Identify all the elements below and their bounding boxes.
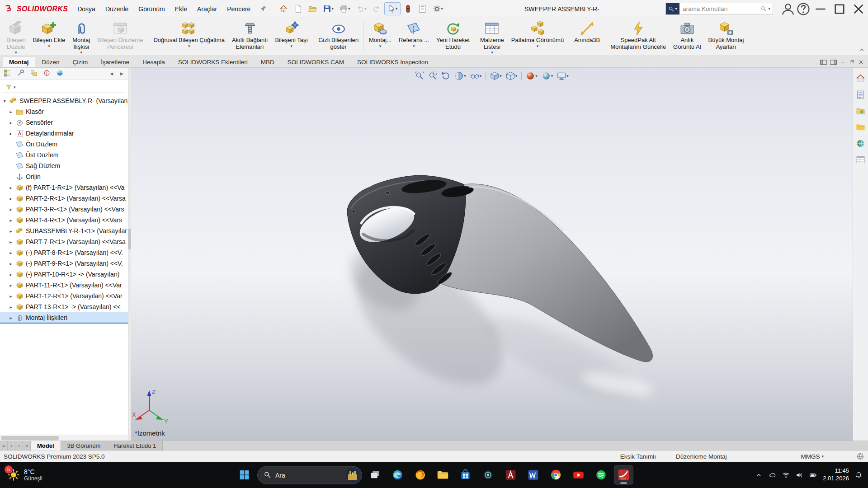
ribbon-assembly-features-button[interactable]: Montaj...▾ <box>365 19 395 55</box>
options-button[interactable]: ▾ <box>430 2 446 15</box>
unit-system-selector[interactable]: MMGS▾ <box>801 453 824 460</box>
window-close-button[interactable] <box>849 0 868 18</box>
chrome-button[interactable] <box>546 465 566 485</box>
menu-ekle[interactable]: Ekle <box>170 3 192 15</box>
tab-scroll-last-button[interactable]: » <box>23 441 31 450</box>
tab-scroll-prev-button[interactable]: ‹ <box>8 441 15 450</box>
expander-icon[interactable]: ▸ <box>8 283 14 288</box>
resources-button[interactable] <box>855 89 867 100</box>
ribbon-insert-component-button[interactable]: Bileşen Ekle▾ <box>29 19 69 55</box>
tab-hesapla[interactable]: Hesapla <box>136 56 171 67</box>
ribbon-large-assembly-button[interactable]: Büyük Montaj Ayarları <box>705 19 748 55</box>
tree-item[interactable]: ▸SUBASSEMBLY-R-1<1> (Varsayılar <box>0 225 128 236</box>
tree-item[interactable]: ▸Sensörler <box>0 117 128 128</box>
zoom-fit-button[interactable] <box>414 70 425 81</box>
configurationmanager-tab[interactable] <box>30 69 38 78</box>
display-style-button[interactable]: ▾ <box>489 70 503 81</box>
tree-item[interactable]: Üst Düzlem <box>0 150 128 160</box>
taskbar-search[interactable]: Ara <box>257 466 362 484</box>
document-minimize-icon[interactable] <box>840 59 846 66</box>
model-tab-3b-görünüm[interactable]: 3B Görünüm <box>61 441 108 450</box>
tree-item[interactable]: ▸Montaj İlişkileri <box>0 312 128 323</box>
widgets-weather-button[interactable]: 5 8°C Güneşli <box>0 462 50 488</box>
expander-icon[interactable]: ▸ <box>8 250 14 255</box>
rebuild-button[interactable] <box>401 2 415 15</box>
expander-icon[interactable]: ▸ <box>8 272 14 277</box>
view-settings-button[interactable]: ▾ <box>556 70 570 81</box>
panel-tab-right-arrow[interactable]: ▶ <box>119 70 124 77</box>
menu-dosya[interactable]: Dosya <box>72 3 100 15</box>
task-view-button[interactable] <box>365 465 385 485</box>
ribbon-bom-button[interactable]: Malzeme Listesi▾ <box>476 19 508 55</box>
help-icon[interactable] <box>796 0 811 18</box>
tab-mbd[interactable]: MBD <box>255 56 281 67</box>
ribbon-reference-geometry-button[interactable]: Referans ...▾ <box>395 19 433 55</box>
notifications-bell-icon[interactable] <box>855 471 863 479</box>
file-explorer-button[interactable] <box>855 121 867 133</box>
model-tab-hareket-etüdü-1[interactable]: Hareket Etüdü 1 <box>107 441 163 450</box>
displaymanager-tab[interactable] <box>56 69 64 78</box>
save-button[interactable]: ▾ <box>320 2 336 15</box>
document-close-icon[interactable] <box>858 59 864 66</box>
onedrive-icon[interactable] <box>769 471 776 479</box>
ribbon-speedpak-button[interactable]: SpeedPak Alt Montajlarını Güncelle <box>607 19 670 55</box>
new-document-button[interactable] <box>291 2 305 15</box>
tab-çizim[interactable]: Çizim <box>66 56 94 67</box>
tab-montaj[interactable]: Montaj <box>3 56 35 67</box>
design-library-button[interactable] <box>855 105 867 117</box>
window-maximize-button[interactable] <box>830 0 849 18</box>
model-3d-view[interactable]: Z X Y <box>131 68 853 441</box>
start-button[interactable] <box>235 465 254 485</box>
expander-icon[interactable]: ▸ <box>8 131 14 136</box>
appearances-button[interactable] <box>855 137 867 149</box>
tree-item[interactable]: Sağ Düzlem <box>0 160 128 171</box>
tree-item[interactable]: ▾SWEEPER ASSEMBLY-R- (Varsayılan) < <box>0 95 128 106</box>
expander-icon[interactable]: ▸ <box>8 305 14 310</box>
menu-pencere[interactable]: Pencere <box>222 3 255 15</box>
solidworks-button[interactable]: 2023 <box>614 465 633 485</box>
zoom-area-button[interactable] <box>427 70 439 81</box>
model-tab-model[interactable]: Model <box>31 441 61 450</box>
tree-item[interactable]: Ön Düzlem <box>0 139 128 150</box>
edit-appearance-button[interactable]: ▾ <box>524 70 539 81</box>
tab-solidworks-inspection[interactable]: SOLIDWORKS Inspection <box>351 56 434 67</box>
expander-icon[interactable]: ▸ <box>8 218 14 223</box>
tree-item[interactable]: ▸(f) PART-1-R<1> (Varsayılan) <<Va <box>0 182 128 193</box>
store-button[interactable] <box>456 465 475 485</box>
pane-right-icon[interactable] <box>830 58 837 66</box>
expander-icon[interactable]: ▸ <box>8 120 14 125</box>
tab-scroll-first-button[interactable]: « <box>0 441 8 450</box>
view-orientation-button[interactable]: ▾ <box>505 70 519 81</box>
edge-button[interactable] <box>388 465 407 485</box>
command-search[interactable]: ▾ arama Komutları ▾ <box>665 3 773 15</box>
tab-düzen[interactable]: Düzen <box>36 56 66 67</box>
tree-item[interactable]: ▸PART-12-R<1> (Varsayılan) <<Var <box>0 291 128 301</box>
apply-scene-button[interactable]: ▾ <box>540 70 555 81</box>
task-home-button[interactable] <box>855 72 867 84</box>
ribbon-show-hidden-button[interactable]: Gizli Bileşenleri göster <box>315 19 362 55</box>
ribbon-instant3d-button[interactable]: Anında3B <box>571 19 604 55</box>
tree-item[interactable]: ▸PART-4-R<1> (Varsayılan) <<Vars <box>0 215 128 225</box>
visibility-glasses-button[interactable]: ▾ <box>469 70 483 81</box>
user-account-icon[interactable] <box>780 0 796 18</box>
custom-properties-button[interactable] <box>855 154 867 165</box>
section-view-button[interactable]: ▾ <box>453 70 467 81</box>
tree-item[interactable]: ▸(-) PART-8-R<1> (Varsayılan) <<V. <box>0 247 128 258</box>
window-minimize-button[interactable] <box>811 0 830 18</box>
menu-görünüm[interactable]: Görünüm <box>133 3 170 15</box>
featuremanager-tab[interactable] <box>4 69 11 78</box>
expander-icon[interactable]: ▸ <box>8 261 14 266</box>
search-icon[interactable] <box>760 5 767 12</box>
tree-item[interactable]: ▸(-) PART-10-R<1> -> (Varsayılan) <box>0 269 128 280</box>
search-scope-chip[interactable]: ▾ <box>666 3 679 14</box>
tree-item[interactable]: ▸PART-13-R<1> -> (Varsayılan) << <box>0 301 128 312</box>
previous-view-button[interactable] <box>440 70 452 81</box>
wifi-icon[interactable] <box>782 471 790 479</box>
menu-düzenle[interactable]: Düzenle <box>100 3 133 15</box>
ribbon-exploded-view-button[interactable]: Patlatma Görünümü▾ <box>508 19 567 55</box>
volume-icon[interactable] <box>796 471 803 479</box>
collapse-ribbon-icon[interactable] <box>858 46 865 53</box>
ribbon-motion-study-button[interactable]: Yeni Hareket Etüdü <box>433 19 473 55</box>
file-properties-button[interactable] <box>415 2 429 15</box>
propertymanager-tab[interactable] <box>17 69 24 78</box>
